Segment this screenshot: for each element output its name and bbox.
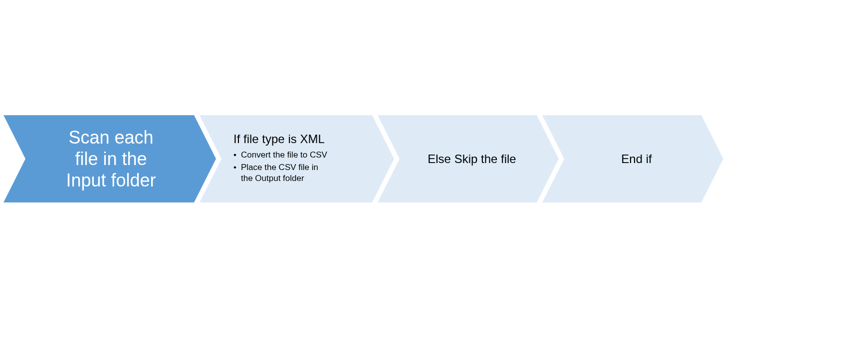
step-1-line-2: file in the — [75, 148, 147, 170]
step-4-text: End if — [621, 152, 651, 166]
step-end-if: End if — [542, 115, 723, 202]
step-1-content: Scan each file in the Input folder — [3, 115, 216, 202]
step-if-xml: If file type is XML Convert the file to … — [200, 115, 394, 202]
process-flow-diagram: Scan each file in the Input folder If fi… — [3, 115, 707, 202]
step-1-line-1: Scan each — [68, 127, 153, 148]
step-4-content: End if — [542, 115, 723, 202]
step-scan-files: Scan each file in the Input folder — [3, 115, 216, 202]
step-2-content: If file type is XML Convert the file to … — [200, 115, 394, 202]
step-2-bullet-1: Convert the file to CSV — [233, 150, 370, 161]
step-2-bullets: Convert the file to CSV Place the CSV fi… — [233, 150, 370, 186]
step-2-bullet-2: Place the CSV file in the Output folder — [233, 162, 328, 185]
step-3-content: Else Skip the file — [378, 115, 559, 202]
step-else-skip: Else Skip the file — [378, 115, 559, 202]
step-3-text: Else Skip the file — [428, 152, 516, 166]
step-1-line-3: Input folder — [66, 170, 156, 191]
step-2-title: If file type is XML — [233, 132, 370, 146]
